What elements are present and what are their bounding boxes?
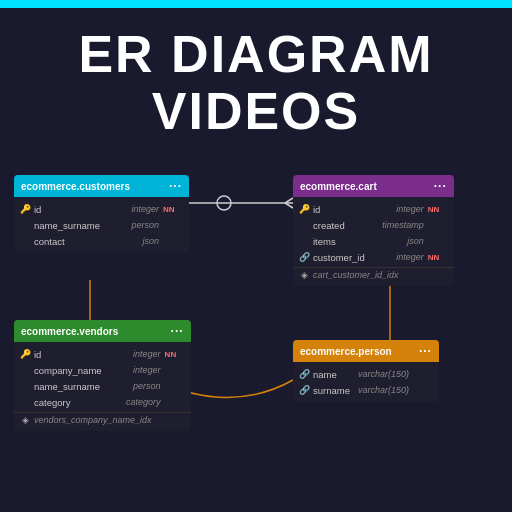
table-row: 🔑 id integer NN [14,201,189,217]
customers-header: ecommerce.customers ··· [14,175,189,197]
person-menu-dots[interactable]: ··· [419,344,432,358]
customers-table: ecommerce.customers ··· 🔑 id integer NN … [14,175,189,253]
svg-line-2 [285,203,293,208]
fk-icon: 🔗 [299,369,309,379]
pk-icon: 🔑 [20,349,30,359]
person-header: ecommerce.person ··· [293,340,439,362]
spacer-icon [20,220,30,230]
table-row: created timestamp [293,217,454,233]
table-row: company_name integer [14,362,191,378]
cart-body: 🔑 id integer NN created timestamp items … [293,197,454,286]
vendors-header: ecommerce.vendors ··· [14,320,191,342]
spacer-icon [20,365,30,375]
fk-icon: 🔗 [299,385,309,395]
table-row: category category [14,394,191,410]
customers-body: 🔑 id integer NN name_surname person cont… [14,197,189,253]
idx-icon: ◈ [299,270,309,280]
customers-menu-dots[interactable]: ··· [169,179,182,193]
table-row: 🔗 surname varchar(150) [293,382,439,398]
vendors-table: ecommerce.vendors ··· 🔑 id integer NN co… [14,320,191,431]
title-line2: VIDEOS [20,83,492,140]
spacer-icon [20,236,30,246]
spacer-icon [299,220,309,230]
cart-title: ecommerce.cart [300,181,377,192]
title-line1: ER DIAGRAM [20,26,492,83]
title-area: ER DIAGRAM VIDEOS [0,8,512,150]
pk-icon: 🔑 [20,204,30,214]
table-row: 🔗 customer_id integer NN [293,249,454,265]
table-row: items json [293,233,454,249]
spacer-icon [20,397,30,407]
top-bar [0,0,512,8]
table-row: contact json [14,233,189,249]
vendors-menu-dots[interactable]: ··· [171,324,184,338]
svg-line-1 [285,198,293,203]
idx-icon: ◈ [20,415,30,425]
fk-icon: 🔗 [299,252,309,262]
pk-icon: 🔑 [299,204,309,214]
table-row: 🔑 id integer NN [293,201,454,217]
table-row: 🔗 name varchar(150) [293,366,439,382]
cart-menu-dots[interactable]: ··· [434,179,447,193]
cart-table: ecommerce.cart ··· 🔑 id integer NN creat… [293,175,454,286]
table-row: name_surname person [14,378,191,394]
customers-title: ecommerce.customers [21,181,130,192]
title-text: ER DIAGRAM VIDEOS [20,26,492,140]
table-row: 🔑 id integer NN [14,346,191,362]
spacer-icon [299,236,309,246]
vendors-title: ecommerce.vendors [21,326,118,337]
person-body: 🔗 name varchar(150) 🔗 surname varchar(15… [293,362,439,402]
diagram-area: ecommerce.customers ··· 🔑 id integer NN … [0,165,512,512]
svg-point-5 [217,196,231,210]
person-table: ecommerce.person ··· 🔗 name varchar(150)… [293,340,439,402]
spacer-icon [20,381,30,391]
index-row: ◈ vendors_company_name_idx [14,412,191,427]
person-title: ecommerce.person [300,346,392,357]
index-row: ◈ cart_customer_id_idx [293,267,454,282]
vendors-body: 🔑 id integer NN company_name integer nam… [14,342,191,431]
table-row: name_surname person [14,217,189,233]
cart-header: ecommerce.cart ··· [293,175,454,197]
